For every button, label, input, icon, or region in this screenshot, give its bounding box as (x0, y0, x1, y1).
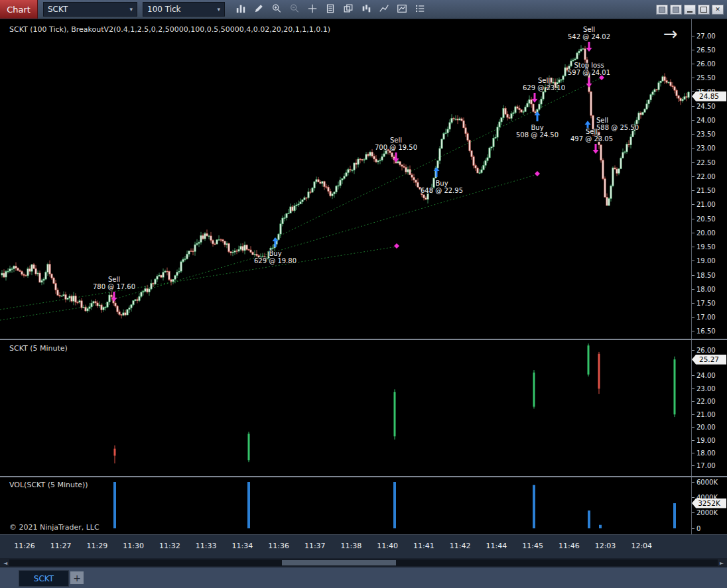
svg-text:Sell: Sell (586, 128, 598, 135)
time-axis-label: 11:45 (522, 542, 543, 550)
copyright-text: © 2021 NinjaTrader, LLC (9, 523, 99, 532)
time-axis-label: 11:42 (450, 542, 471, 550)
five-minute-chart[interactable] (0, 340, 691, 476)
interval-link-button[interactable] (670, 5, 682, 15)
price-axis-label: 17.50 (692, 300, 716, 308)
panel-splitter[interactable] (0, 476, 727, 477)
chart-window: Sell780 @ 17.60Buy629 @ 19.80Sell700 @ 1… (0, 0, 727, 588)
time-axis-label: 11:33 (196, 542, 217, 550)
toolbar (233, 2, 428, 17)
svg-text:Sell: Sell (108, 276, 120, 283)
price-axis-label: 19.00 (692, 257, 716, 265)
time-axis-label: 11:38 (341, 542, 362, 550)
maximize-button[interactable] (698, 5, 710, 15)
price-axis-label: 22.00 (692, 398, 716, 406)
instrument-select[interactable]: SCKT ▾ (43, 2, 137, 17)
price-axis-label: 21.00 (692, 410, 716, 418)
price-axis-label: 23.50 (692, 131, 716, 139)
indicators-icon[interactable] (394, 2, 410, 17)
time-axis-label: 11:37 (304, 542, 326, 550)
price-axis-label: 26.00 (692, 346, 716, 354)
price-axis-label: 19.50 (692, 243, 716, 251)
price-axis-label: 23.00 (692, 384, 716, 392)
data-box-icon[interactable] (322, 2, 338, 17)
time-axis-label: 11:44 (486, 542, 507, 550)
svg-text:Sell: Sell (596, 117, 608, 124)
time-axis-label: 11:41 (413, 542, 434, 550)
new-window-icon[interactable] (340, 2, 356, 17)
price-axis-label: 27.00 (692, 32, 716, 40)
time-axis-label: 11:29 (87, 542, 108, 550)
price-axis-label: 22.00 (692, 172, 716, 180)
price-axis-label: 19.00 (692, 436, 716, 444)
price-axis-label: 0 (692, 524, 700, 532)
go-to-latest-icon[interactable]: → (663, 25, 678, 42)
price-axis-label: 24.00 (692, 372, 716, 380)
line-tool-icon[interactable] (376, 2, 392, 17)
svg-text:588 @ 25.50: 588 @ 25.50 (596, 124, 639, 131)
time-axis-label: 11:36 (268, 542, 289, 550)
instrument-value: SCKT (48, 5, 68, 14)
main-price-chart[interactable]: Sell780 @ 17.60Buy629 @ 19.80Sell700 @ 1… (0, 19, 691, 339)
svg-text:508 @ 24.50: 508 @ 24.50 (516, 131, 559, 139)
last-volume-badge: 3252K (692, 499, 726, 508)
scroll-left-icon[interactable]: ◄ (1, 559, 9, 567)
scrollbar-thumb[interactable] (282, 560, 396, 565)
main-panel-label: SCKT (100 Tick), BreakoutV2(0.4,1,2.5,0,… (9, 25, 330, 34)
time-axis-label: 11:30 (123, 542, 144, 550)
volume-chart[interactable] (0, 477, 691, 534)
svg-text:648 @ 22.95: 648 @ 22.95 (421, 187, 463, 194)
scrollbar-track[interactable] (9, 559, 718, 566)
time-axis-label: 11:46 (559, 542, 580, 550)
drawing-tools-icon[interactable] (251, 2, 267, 17)
svg-text:Sell: Sell (538, 77, 550, 84)
last-price-badge-secondary: 25.27 (692, 355, 726, 365)
time-axis-label: 11:34 (231, 542, 253, 550)
time-axis-label: 11:32 (159, 542, 180, 550)
volume-panel-label: VOL(SCKT (5 Minute)) (9, 481, 88, 489)
time-axis[interactable]: 11:2611:2711:2911:3011:3211:3311:3411:36… (0, 534, 727, 559)
price-axis-label: 26.50 (692, 46, 716, 54)
price-axis-label: 22.50 (692, 158, 716, 166)
chart-trader-icon[interactable] (358, 2, 374, 17)
svg-text:Buy: Buy (531, 124, 543, 131)
interval-select[interactable]: 100 Tick ▾ (143, 2, 225, 17)
price-axis-label: 24.50 (692, 102, 716, 110)
close-button[interactable]: ✕ (712, 5, 724, 15)
minimize-button[interactable] (684, 5, 696, 15)
svg-text:Buy: Buy (269, 250, 281, 257)
properties-icon[interactable] (412, 2, 428, 17)
add-tab-button[interactable]: + (70, 571, 84, 584)
time-axis-label: 11:26 (14, 542, 35, 550)
price-axis-label: 23.00 (692, 145, 716, 152)
svg-text:629 @ 19.80: 629 @ 19.80 (254, 257, 297, 265)
price-axis-label: 2000K (692, 509, 718, 517)
time-axis-label: 12:03 (595, 542, 616, 550)
interval-value: 100 Tick (147, 5, 181, 14)
price-axis-label: 16.50 (692, 327, 716, 335)
svg-text:700 @ 19.50: 700 @ 19.50 (375, 144, 417, 151)
svg-text:542 @ 24.02: 542 @ 24.02 (568, 33, 610, 40)
chart-style-icon[interactable] (233, 2, 249, 17)
titlebar: Chart SCKT ▾ 100 Tick ▾ (0, 0, 727, 19)
price-axis-label: 18.00 (692, 449, 716, 457)
price-axis[interactable]: 24.85 25.27 3252K 27.0026.5026.0025.5025… (692, 19, 727, 534)
panel-splitter[interactable] (0, 339, 727, 340)
scroll-right-icon[interactable]: ► (718, 559, 726, 567)
instrument-link-button[interactable] (656, 5, 668, 15)
price-axis-label: 17.00 (692, 314, 716, 322)
zoom-in-icon[interactable] (269, 2, 285, 17)
crosshair-icon[interactable] (304, 2, 320, 17)
time-axis-label: 11:40 (377, 542, 398, 550)
price-axis-label: 20.00 (692, 424, 716, 432)
svg-text:Buy: Buy (435, 180, 448, 187)
price-axis-label: 21.50 (692, 187, 716, 195)
tab-bar: SCKT + (0, 567, 727, 588)
chevron-down-icon: ▾ (217, 6, 220, 13)
zoom-out-icon[interactable] (287, 2, 302, 17)
chart-menu-tab[interactable]: Chart (0, 0, 38, 19)
price-axis-label: 20.00 (692, 229, 716, 237)
price-axis-label: 21.00 (692, 201, 716, 209)
tab-sckt[interactable]: SCKT (19, 570, 69, 587)
svg-text:780 @ 17.60: 780 @ 17.60 (93, 283, 135, 290)
